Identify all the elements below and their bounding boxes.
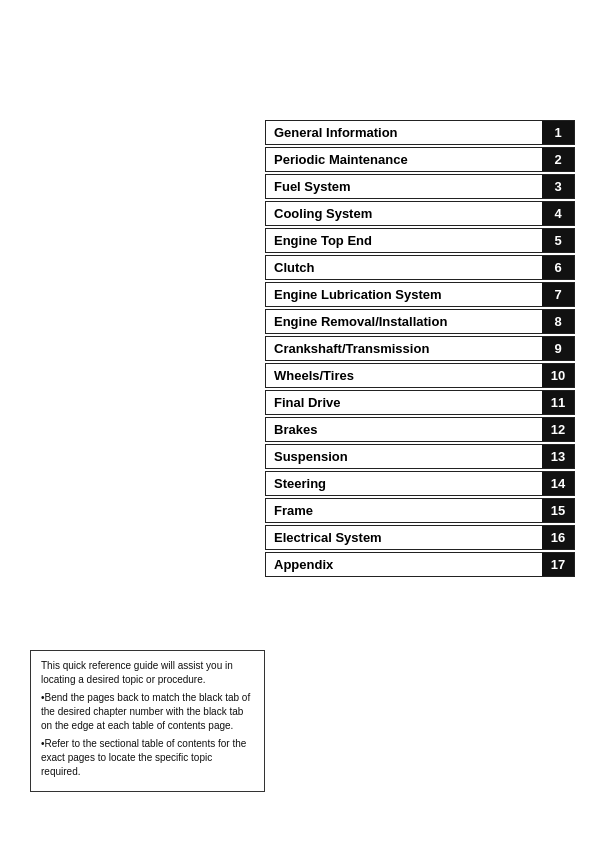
toc-row[interactable]: Clutch6 [265, 255, 575, 280]
toc-label: General Information [266, 121, 542, 144]
toc-number: 7 [542, 283, 574, 306]
toc-label: Electrical System [266, 526, 542, 549]
toc-number: 8 [542, 310, 574, 333]
toc-row[interactable]: Final Drive11 [265, 390, 575, 415]
toc-row[interactable]: Suspension13 [265, 444, 575, 469]
toc-row[interactable]: Steering14 [265, 471, 575, 496]
toc-label: Fuel System [266, 175, 542, 198]
toc-label: Crankshaft/Transmission [266, 337, 542, 360]
page-title [0, 0, 600, 68]
note-box: This quick reference guide will assist y… [30, 650, 265, 792]
toc-row[interactable]: Cooling System4 [265, 201, 575, 226]
toc-number: 5 [542, 229, 574, 252]
toc-label: Engine Top End [266, 229, 542, 252]
toc-label: Engine Lubrication System [266, 283, 542, 306]
toc-label: Frame [266, 499, 542, 522]
toc-number: 12 [542, 418, 574, 441]
toc-row[interactable]: Appendix17 [265, 552, 575, 577]
toc-row[interactable]: Periodic Maintenance2 [265, 147, 575, 172]
toc-number: 2 [542, 148, 574, 171]
toc-number: 4 [542, 202, 574, 225]
toc-row[interactable]: Brakes12 [265, 417, 575, 442]
toc-label: Brakes [266, 418, 542, 441]
toc-label: Clutch [266, 256, 542, 279]
toc-number: 14 [542, 472, 574, 495]
toc-row[interactable]: Electrical System16 [265, 525, 575, 550]
toc-number: 17 [542, 553, 574, 576]
toc-label: Suspension [266, 445, 542, 468]
toc-number: 16 [542, 526, 574, 549]
toc-number: 6 [542, 256, 574, 279]
toc-label: Engine Removal/Installation [266, 310, 542, 333]
toc-number: 15 [542, 499, 574, 522]
toc-label: Final Drive [266, 391, 542, 414]
toc-row[interactable]: General Information1 [265, 120, 575, 145]
toc-row[interactable]: Engine Top End5 [265, 228, 575, 253]
toc-label: Steering [266, 472, 542, 495]
toc-row[interactable]: Wheels/Tires10 [265, 363, 575, 388]
toc-label: Cooling System [266, 202, 542, 225]
page: General Information1Periodic Maintenance… [0, 0, 600, 850]
toc-number: 13 [542, 445, 574, 468]
toc-number: 3 [542, 175, 574, 198]
toc-row[interactable]: Engine Removal/Installation8 [265, 309, 575, 334]
toc-row[interactable]: Crankshaft/Transmission9 [265, 336, 575, 361]
note-bullet: •Refer to the sectional table of content… [41, 737, 254, 779]
toc-row[interactable]: Frame15 [265, 498, 575, 523]
toc-row[interactable]: Engine Lubrication System7 [265, 282, 575, 307]
toc-label: Periodic Maintenance [266, 148, 542, 171]
toc-label: Wheels/Tires [266, 364, 542, 387]
note-bullet: •Bend the pages back to match the black … [41, 691, 254, 733]
toc-number: 10 [542, 364, 574, 387]
toc-container: General Information1Periodic Maintenance… [265, 120, 575, 579]
note-intro: This quick reference guide will assist y… [41, 659, 254, 687]
toc-number: 1 [542, 121, 574, 144]
toc-number: 9 [542, 337, 574, 360]
toc-number: 11 [542, 391, 574, 414]
toc-row[interactable]: Fuel System3 [265, 174, 575, 199]
toc-label: Appendix [266, 553, 542, 576]
